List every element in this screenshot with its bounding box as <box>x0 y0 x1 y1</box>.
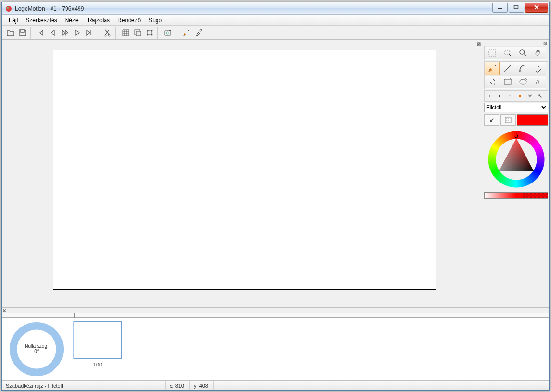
timeline-panel: ⊠ Nulla szög: 0° 100 <box>2 307 549 380</box>
shape-dot-small-icon[interactable]: • <box>495 91 505 101</box>
window-title: LogoMotion - #1 - 796x499 <box>15 5 492 12</box>
status-x: x: 810 <box>166 381 190 390</box>
menu-edit[interactable]: Szerkesztés <box>22 15 61 25</box>
zoom-tool[interactable] <box>515 46 531 60</box>
tool-panel: ⊠ a ▫ • ○ ● ✳ <box>483 40 549 307</box>
brush-type-select[interactable]: Filctoll <box>484 103 548 112</box>
frame-thumbnail-1[interactable]: 100 <box>73 321 123 367</box>
save-button[interactable] <box>17 27 28 39</box>
frame-duration-label: 100 <box>93 362 102 367</box>
svg-rect-22 <box>505 117 511 123</box>
status-blank1 <box>214 381 262 390</box>
svg-point-15 <box>200 29 202 31</box>
shape-pointer-icon[interactable]: ↖ <box>535 91 545 101</box>
app-window: LogoMotion - #1 - 796x499 Fájl Szerkeszt… <box>1 2 550 391</box>
menu-help[interactable]: Súgó <box>144 15 166 25</box>
marquee-tool[interactable] <box>485 46 500 60</box>
status-mode: Szabadkézi rajz - Filctoll <box>2 381 166 390</box>
curve-tool[interactable] <box>515 62 531 75</box>
line-tool[interactable] <box>500 62 515 75</box>
open-button[interactable] <box>5 27 16 39</box>
pattern-button[interactable] <box>500 114 516 126</box>
timeline-close-icon[interactable]: ⊠ <box>2 308 549 313</box>
layer-button[interactable] <box>132 27 144 39</box>
svg-point-18 <box>520 50 525 54</box>
turtle-preview[interactable]: Nulla szög: 0° <box>5 321 68 377</box>
tool-panel-close-icon[interactable]: ⊠ <box>484 41 548 46</box>
svg-point-26 <box>508 120 509 121</box>
svg-text:a: a <box>536 78 539 86</box>
grid-button[interactable] <box>120 27 131 39</box>
svg-point-1 <box>7 7 9 9</box>
brush-shape-row: ▫ • ○ ● ✳ ↖ <box>484 90 548 102</box>
drawing-canvas[interactable] <box>53 50 436 290</box>
shape-square-icon[interactable]: ▫ <box>485 91 495 101</box>
expand-arrow-button[interactable]: ↙ <box>484 114 499 126</box>
shape-circle-outline-icon[interactable]: ○ <box>505 91 515 101</box>
eraser-tool[interactable] <box>531 62 546 75</box>
main-toolbar <box>2 26 549 40</box>
canvas-panel-close-icon[interactable]: ⊠ <box>476 41 482 47</box>
color-wheel[interactable] <box>485 129 547 190</box>
color-option-row: ↙ <box>484 114 548 126</box>
menu-bar: Fájl Szerkesztés Nézet Rajzolás Rendező … <box>2 15 549 26</box>
camera-button[interactable] <box>162 27 174 39</box>
brush-tool-button[interactable] <box>181 27 192 39</box>
minimize-button[interactable] <box>492 3 508 13</box>
svg-rect-19 <box>504 79 511 84</box>
status-blank2 <box>262 381 310 390</box>
menu-view[interactable]: Nézet <box>61 15 84 25</box>
ellipse-tool[interactable] <box>515 75 531 89</box>
draw-tool-grid: a <box>484 61 548 89</box>
svg-point-13 <box>167 32 169 34</box>
prev-frame-button[interactable] <box>47 27 59 39</box>
menu-draw[interactable]: Rajzolás <box>84 15 114 25</box>
nodes-button[interactable] <box>144 27 156 39</box>
maximize-button[interactable] <box>509 3 524 13</box>
status-y: y: 408 <box>190 381 214 390</box>
status-bar: Szabadkézi rajz - Filctoll x: 810 y: 408 <box>2 380 549 390</box>
pencil-tool[interactable] <box>485 62 500 75</box>
current-color-swatch[interactable] <box>517 114 548 126</box>
svg-point-24 <box>508 118 509 119</box>
svg-point-20 <box>520 79 526 84</box>
shape-sparkle-icon[interactable]: ✳ <box>525 91 535 101</box>
rect-tool[interactable] <box>500 75 515 89</box>
fill-tool[interactable] <box>485 75 500 89</box>
svg-rect-16 <box>489 50 496 56</box>
svg-rect-12 <box>165 31 171 35</box>
shape-dot-large-icon[interactable]: ● <box>515 91 525 101</box>
canvas-area: ⊠ <box>2 40 483 307</box>
last-frame-button[interactable] <box>83 27 95 39</box>
fast-forward-button[interactable] <box>59 27 71 39</box>
alpha-gradient-strip[interactable] <box>484 192 548 199</box>
turtle-angle-label: Nulla szög: 0° <box>5 343 68 354</box>
selection-tool-row <box>484 46 548 60</box>
svg-point-25 <box>506 120 507 121</box>
play-button[interactable] <box>71 27 83 39</box>
timeline-ruler[interactable] <box>2 313 549 318</box>
title-bar: LogoMotion - #1 - 796x499 <box>2 2 549 15</box>
app-icon <box>5 5 13 13</box>
svg-rect-14 <box>169 30 171 31</box>
svg-rect-2 <box>498 8 502 9</box>
first-frame-button[interactable] <box>35 27 47 39</box>
svg-point-23 <box>506 118 507 119</box>
frame-thumb-image <box>74 321 122 359</box>
frames-area: Nulla szög: 0° 100 <box>2 318 549 380</box>
menu-arrange[interactable]: Rendező <box>114 15 144 25</box>
cut-button[interactable] <box>102 27 113 39</box>
hand-tool[interactable] <box>531 46 546 60</box>
svg-rect-7 <box>136 31 141 36</box>
svg-rect-3 <box>514 5 518 9</box>
svg-point-0 <box>6 6 12 12</box>
picker-tool-button[interactable] <box>193 27 204 39</box>
close-button[interactable] <box>525 3 548 13</box>
text-tool[interactable]: a <box>531 75 546 89</box>
lasso-tool[interactable] <box>500 46 515 60</box>
menu-file[interactable]: Fájl <box>5 15 22 25</box>
